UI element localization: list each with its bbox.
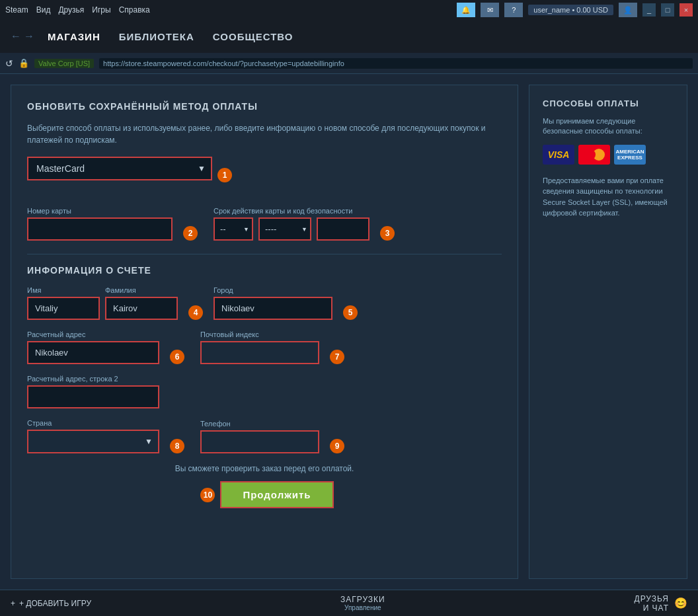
add-game-button[interactable]: + + ДОБАВИТЬ ИГРУ — [11, 599, 91, 608]
phone-group: Телефон — [200, 420, 319, 453]
visa-logo: VISA — [543, 145, 574, 165]
payment-method-wrapper: MasterCard Новый способ оплаты ▼ — [27, 157, 212, 180]
menu-friends[interactable]: Друзья — [58, 5, 84, 15]
amex-logo: AMERICANEXPRESS — [614, 145, 646, 165]
address-url[interactable]: https://store.steampowered.com/checkout/… — [99, 58, 693, 69]
badge-1: 1 — [217, 168, 232, 182]
city-input[interactable] — [213, 297, 332, 320]
country-label: Страна — [27, 419, 159, 427]
card-number-group: Номер карты — [27, 207, 173, 241]
cvv-input[interactable] — [317, 217, 369, 241]
refresh-button[interactable]: ↺ — [5, 58, 13, 69]
first-name-input[interactable] — [27, 297, 100, 320]
card-fields: Номер карты 2 Срок действия карты и код … — [27, 207, 502, 241]
friends-icon: 😊 — [674, 597, 687, 609]
left-panel: ОБНОВИТЬ СОХРАНЁННЫЙ МЕТОД ОПЛАТЫ Выбери… — [11, 85, 518, 579]
expiry-label: Срок действия карты и код безопасности — [213, 207, 369, 215]
bottom-bar: + + ДОБАВИТЬ ИГРУ ЗАГРУЗКИ Управление ДР… — [0, 590, 698, 616]
friends-section[interactable]: ДРУЗЬЯИ ЧАТ 😊 — [635, 594, 687, 613]
first-name-group: Имя — [27, 286, 100, 320]
city-label: Город — [213, 286, 332, 294]
downloads-sub: Управление — [340, 604, 385, 611]
country-select[interactable]: Украина Россия США — [27, 430, 159, 453]
main-content: ОБНОВИТЬ СОХРАНЁННЫЙ МЕТОД ОПЛАТЫ Выбери… — [0, 74, 698, 590]
badge-7: 7 — [330, 350, 344, 364]
last-name-label: Фамилия — [105, 286, 178, 294]
country-group: Страна Украина Россия США ▼ — [27, 419, 159, 453]
card-number-input[interactable] — [27, 217, 173, 241]
titlebar-menu: Steam Вид Друзья Игры Справка — [5, 5, 150, 15]
card-number-label: Номер карты — [27, 207, 173, 215]
account-section: ИНФОРМАЦИЯ О СЧЕТЕ Имя Фамилия 4 — [27, 265, 502, 453]
phone-label: Телефон — [200, 420, 319, 428]
right-panel: СПОСОБЫ ОПЛАТЫ Мы принимаем следующие бе… — [529, 85, 687, 579]
country-select-wrapper: Украина Россия США ▼ — [27, 430, 159, 453]
continue-button[interactable]: Продолжить — [220, 481, 333, 508]
address1-group: Расчетный адрес — [27, 330, 159, 364]
maximize-button[interactable]: □ — [661, 3, 674, 17]
payment-methods-title: СПОСОБЫ ОПЛАТЫ — [543, 98, 674, 108]
downloads-section[interactable]: ЗАГРУЗКИ Управление — [340, 595, 385, 611]
address1-label: Расчетный адрес — [27, 330, 159, 338]
last-name-input[interactable] — [105, 297, 178, 320]
address1-input[interactable] — [27, 341, 159, 364]
address2-label: Расчетный адрес, строка 2 — [27, 375, 502, 383]
postal-input[interactable] — [200, 341, 319, 364]
address2-group: Расчетный адрес, строка 2 — [27, 375, 502, 408]
phone-input[interactable] — [200, 430, 319, 453]
avatar-icon[interactable]: 👤 — [619, 3, 637, 17]
footer-note: Вы сможете проверить заказ перед его опл… — [175, 464, 354, 473]
minimize-button[interactable]: _ — [642, 3, 656, 17]
nav-community[interactable]: СООБЩЕСТВО — [213, 31, 293, 42]
last-name-group: Фамилия — [105, 286, 178, 320]
friends-label: ДРУЗЬЯИ ЧАТ — [635, 594, 669, 613]
first-name-label: Имя — [27, 286, 100, 294]
menu-games[interactable]: Игры — [92, 5, 110, 15]
help-icon[interactable]: ? — [504, 3, 523, 17]
menu-steam[interactable]: Steam — [5, 5, 28, 15]
month-select-wrap: -- 010203 040506 070809 101112 — [213, 217, 253, 241]
add-game-label: + ДОБАВИТЬ ИГРУ — [19, 599, 91, 608]
postal-label: Почтовый индекс — [200, 330, 319, 338]
badge-10: 10 — [200, 488, 215, 502]
company-badge: Valve Corp [US] — [34, 59, 94, 68]
helper-text: Выберите способ оплаты из используемых р… — [27, 122, 502, 146]
payment-method-select[interactable]: MasterCard Новый способ оплаты — [27, 157, 212, 180]
badge-6: 6 — [170, 350, 184, 364]
form-footer: Вы сможете проверить заказ перед его опл… — [27, 464, 502, 508]
mastercard-logo — [578, 145, 610, 165]
badge-4: 4 — [188, 305, 203, 320]
lock-icon: 🔒 — [19, 58, 29, 68]
badge-5: 5 — [343, 305, 358, 320]
plus-icon: + — [11, 599, 15, 608]
nav-library[interactable]: БИБЛИОТЕКА — [119, 31, 194, 42]
notification-icon[interactable]: 🔔 — [457, 3, 475, 17]
back-button[interactable]: ← — [11, 30, 21, 42]
close-button[interactable]: × — [679, 3, 693, 17]
menu-help[interactable]: Справка — [119, 5, 150, 15]
menu-view[interactable]: Вид — [36, 5, 51, 15]
address2-input[interactable] — [27, 385, 159, 408]
city-group: Город — [213, 286, 332, 320]
nav-links: МАГАЗИН БИБЛИОТЕКА СООБЩЕСТВО — [48, 31, 293, 42]
badge-9: 9 — [330, 439, 344, 453]
expiry-row: -- 010203 040506 070809 101112 ---- 2024… — [213, 217, 369, 241]
year-select-wrap: ---- 202420252026 202720282029 — [258, 217, 311, 241]
titlebar-right: 🔔 ✉ ? user_name • 0.00 USD 👤 _ □ × — [457, 3, 693, 17]
card-logos: VISA AMERICANEXPRESS — [543, 145, 674, 165]
titlebar: Steam Вид Друзья Игры Справка 🔔 ✉ ? user… — [0, 0, 698, 20]
year-select[interactable]: ---- 202420252026 202720282029 — [258, 217, 311, 241]
navbar: ← → МАГАЗИН БИБЛИОТЕКА СООБЩЕСТВО — [0, 20, 698, 53]
accepted-text: Мы принимаем следующие безопасные способ… — [543, 116, 674, 137]
expiry-group: Срок действия карты и код безопасности -… — [213, 207, 369, 241]
badge-2: 2 — [183, 226, 198, 241]
month-select[interactable]: -- 010203 040506 070809 101112 — [213, 217, 253, 241]
downloads-label: ЗАГРУЗКИ — [340, 595, 385, 604]
badge-3: 3 — [380, 226, 395, 241]
mail-icon[interactable]: ✉ — [481, 3, 499, 17]
postal-group: Почтовый индекс — [200, 330, 319, 364]
forward-button[interactable]: → — [24, 30, 34, 42]
account-section-title: ИНФОРМАЦИЯ О СЧЕТЕ — [27, 265, 502, 276]
country-phone-row: Страна Украина Россия США ▼ 8 — [27, 419, 502, 453]
nav-store[interactable]: МАГАЗИН — [48, 31, 100, 42]
